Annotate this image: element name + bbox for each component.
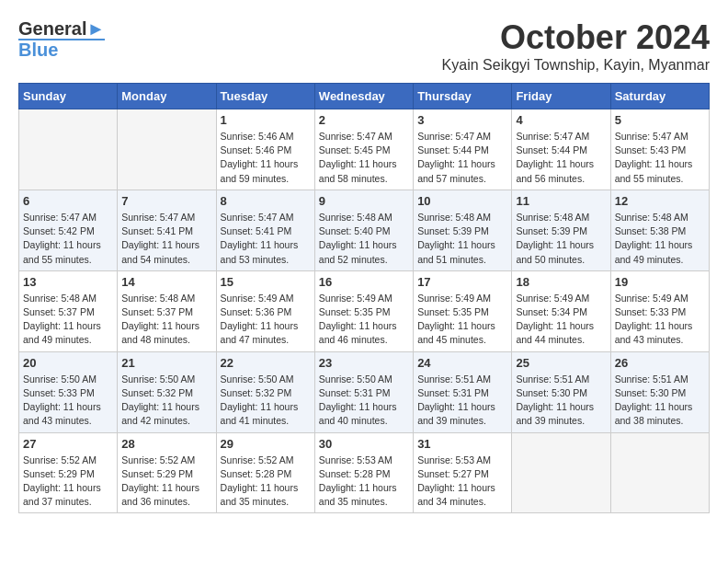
day-number: 24	[417, 356, 507, 370]
day-info: Sunrise: 5:48 AMSunset: 5:39 PMDaylight:…	[516, 211, 606, 267]
day-info: Sunrise: 5:51 AMSunset: 5:31 PMDaylight:…	[417, 373, 507, 429]
day-info: Sunrise: 5:47 AMSunset: 5:42 PMDaylight:…	[23, 211, 113, 267]
calendar-cell: 21Sunrise: 5:50 AMSunset: 5:32 PMDayligh…	[118, 351, 216, 432]
day-info: Sunrise: 5:47 AMSunset: 5:41 PMDaylight:…	[121, 211, 211, 267]
day-number: 30	[319, 437, 409, 451]
calendar-cell: 15Sunrise: 5:49 AMSunset: 5:36 PMDayligh…	[216, 270, 314, 351]
day-info: Sunrise: 5:47 AMSunset: 5:43 PMDaylight:…	[615, 130, 705, 186]
day-info: Sunrise: 5:49 AMSunset: 5:33 PMDaylight:…	[615, 292, 705, 348]
calendar-cell: 4Sunrise: 5:47 AMSunset: 5:44 PMDaylight…	[512, 109, 610, 190]
calendar-cell: 7Sunrise: 5:47 AMSunset: 5:41 PMDaylight…	[118, 190, 216, 270]
calendar-cell: 24Sunrise: 5:51 AMSunset: 5:31 PMDayligh…	[414, 351, 512, 432]
calendar-cell: 9Sunrise: 5:48 AMSunset: 5:40 PMDaylight…	[314, 190, 413, 270]
day-number: 8	[221, 194, 311, 208]
calendar-table: SundayMondayTuesdayWednesdayThursdayFrid…	[18, 83, 710, 513]
day-number: 19	[615, 275, 705, 289]
day-info: Sunrise: 5:47 AMSunset: 5:45 PMDaylight:…	[319, 130, 409, 186]
calendar-cell: 16Sunrise: 5:49 AMSunset: 5:35 PMDayligh…	[314, 270, 413, 351]
day-info: Sunrise: 5:50 AMSunset: 5:33 PMDaylight:…	[23, 373, 113, 429]
day-info: Sunrise: 5:47 AMSunset: 5:44 PMDaylight:…	[516, 130, 606, 186]
day-info: Sunrise: 5:50 AMSunset: 5:32 PMDaylight:…	[121, 373, 211, 429]
calendar-cell: 19Sunrise: 5:49 AMSunset: 5:33 PMDayligh…	[610, 270, 709, 351]
calendar-cell	[610, 432, 709, 513]
logo: General► Blue	[18, 18, 105, 59]
day-info: Sunrise: 5:51 AMSunset: 5:30 PMDaylight:…	[516, 373, 606, 429]
day-number: 13	[23, 275, 113, 289]
day-number: 3	[417, 113, 507, 127]
day-info: Sunrise: 5:49 AMSunset: 5:34 PMDaylight:…	[516, 292, 606, 348]
day-number: 29	[221, 437, 311, 451]
calendar-cell: 22Sunrise: 5:50 AMSunset: 5:32 PMDayligh…	[216, 351, 314, 432]
day-info: Sunrise: 5:48 AMSunset: 5:40 PMDaylight:…	[319, 211, 409, 267]
day-info: Sunrise: 5:52 AMSunset: 5:28 PMDaylight:…	[221, 454, 311, 510]
calendar-cell: 2Sunrise: 5:47 AMSunset: 5:45 PMDaylight…	[314, 109, 413, 190]
day-info: Sunrise: 5:50 AMSunset: 5:32 PMDaylight:…	[221, 373, 311, 429]
day-info: Sunrise: 5:47 AMSunset: 5:41 PMDaylight:…	[221, 211, 311, 267]
day-number: 22	[221, 356, 311, 370]
day-info: Sunrise: 5:50 AMSunset: 5:31 PMDaylight:…	[319, 373, 409, 429]
day-number: 5	[615, 113, 705, 127]
calendar-cell: 1Sunrise: 5:46 AMSunset: 5:46 PMDaylight…	[216, 109, 314, 190]
day-number: 9	[319, 194, 409, 208]
day-number: 28	[121, 437, 211, 451]
day-info: Sunrise: 5:51 AMSunset: 5:30 PMDaylight:…	[615, 373, 705, 429]
weekday-header: Friday	[512, 84, 610, 109]
day-info: Sunrise: 5:49 AMSunset: 5:35 PMDaylight:…	[319, 292, 409, 348]
weekday-header: Monday	[118, 84, 216, 109]
calendar-cell: 20Sunrise: 5:50 AMSunset: 5:33 PMDayligh…	[19, 351, 118, 432]
day-number: 12	[615, 194, 705, 208]
calendar-cell: 29Sunrise: 5:52 AMSunset: 5:28 PMDayligh…	[216, 432, 314, 513]
day-info: Sunrise: 5:48 AMSunset: 5:37 PMDaylight:…	[121, 292, 211, 348]
day-info: Sunrise: 5:49 AMSunset: 5:36 PMDaylight:…	[221, 292, 311, 348]
calendar-cell: 17Sunrise: 5:49 AMSunset: 5:35 PMDayligh…	[414, 270, 512, 351]
day-number: 15	[221, 275, 311, 289]
day-info: Sunrise: 5:48 AMSunset: 5:39 PMDaylight:…	[417, 211, 507, 267]
day-number: 23	[319, 356, 409, 370]
calendar-cell: 26Sunrise: 5:51 AMSunset: 5:30 PMDayligh…	[610, 351, 709, 432]
day-info: Sunrise: 5:52 AMSunset: 5:29 PMDaylight:…	[121, 454, 211, 510]
weekday-header: Wednesday	[314, 84, 413, 109]
day-number: 1	[221, 113, 311, 127]
calendar-cell: 3Sunrise: 5:47 AMSunset: 5:44 PMDaylight…	[414, 109, 512, 190]
day-number: 6	[23, 194, 113, 208]
weekday-header: Tuesday	[216, 84, 314, 109]
day-info: Sunrise: 5:52 AMSunset: 5:29 PMDaylight:…	[23, 454, 113, 510]
day-info: Sunrise: 5:53 AMSunset: 5:28 PMDaylight:…	[319, 454, 409, 510]
title-block: October 2024 Kyain Seikgyi Township, Kay…	[442, 18, 710, 74]
calendar-cell: 10Sunrise: 5:48 AMSunset: 5:39 PMDayligh…	[414, 190, 512, 270]
calendar-cell	[19, 109, 118, 190]
calendar-cell: 14Sunrise: 5:48 AMSunset: 5:37 PMDayligh…	[118, 270, 216, 351]
day-number: 27	[23, 437, 113, 451]
calendar-cell: 28Sunrise: 5:52 AMSunset: 5:29 PMDayligh…	[118, 432, 216, 513]
day-info: Sunrise: 5:46 AMSunset: 5:46 PMDaylight:…	[221, 130, 311, 186]
month-title: October 2024	[442, 18, 710, 57]
day-number: 10	[417, 194, 507, 208]
calendar-cell: 6Sunrise: 5:47 AMSunset: 5:42 PMDaylight…	[19, 190, 118, 270]
calendar-cell: 11Sunrise: 5:48 AMSunset: 5:39 PMDayligh…	[512, 190, 610, 270]
weekday-header: Sunday	[19, 84, 118, 109]
calendar-cell: 31Sunrise: 5:53 AMSunset: 5:27 PMDayligh…	[414, 432, 512, 513]
day-number: 17	[417, 275, 507, 289]
day-number: 25	[516, 356, 606, 370]
calendar-cell: 13Sunrise: 5:48 AMSunset: 5:37 PMDayligh…	[19, 270, 118, 351]
day-number: 14	[121, 275, 211, 289]
day-number: 11	[516, 194, 606, 208]
calendar-cell: 5Sunrise: 5:47 AMSunset: 5:43 PMDaylight…	[610, 109, 709, 190]
location-title: Kyain Seikgyi Township, Kayin, Myanmar	[442, 57, 710, 74]
calendar-cell: 25Sunrise: 5:51 AMSunset: 5:30 PMDayligh…	[512, 351, 610, 432]
day-info: Sunrise: 5:49 AMSunset: 5:35 PMDaylight:…	[417, 292, 507, 348]
calendar-cell: 8Sunrise: 5:47 AMSunset: 5:41 PMDaylight…	[216, 190, 314, 270]
weekday-header: Thursday	[414, 84, 512, 109]
day-info: Sunrise: 5:48 AMSunset: 5:38 PMDaylight:…	[615, 211, 705, 267]
calendar-cell: 18Sunrise: 5:49 AMSunset: 5:34 PMDayligh…	[512, 270, 610, 351]
day-number: 7	[121, 194, 211, 208]
calendar-cell: 12Sunrise: 5:48 AMSunset: 5:38 PMDayligh…	[610, 190, 709, 270]
calendar-cell	[512, 432, 610, 513]
day-number: 4	[516, 113, 606, 127]
day-number: 2	[319, 113, 409, 127]
day-info: Sunrise: 5:48 AMSunset: 5:37 PMDaylight:…	[23, 292, 113, 348]
calendar-cell: 23Sunrise: 5:50 AMSunset: 5:31 PMDayligh…	[314, 351, 413, 432]
calendar-cell: 27Sunrise: 5:52 AMSunset: 5:29 PMDayligh…	[19, 432, 118, 513]
day-number: 21	[121, 356, 211, 370]
day-info: Sunrise: 5:47 AMSunset: 5:44 PMDaylight:…	[417, 130, 507, 186]
